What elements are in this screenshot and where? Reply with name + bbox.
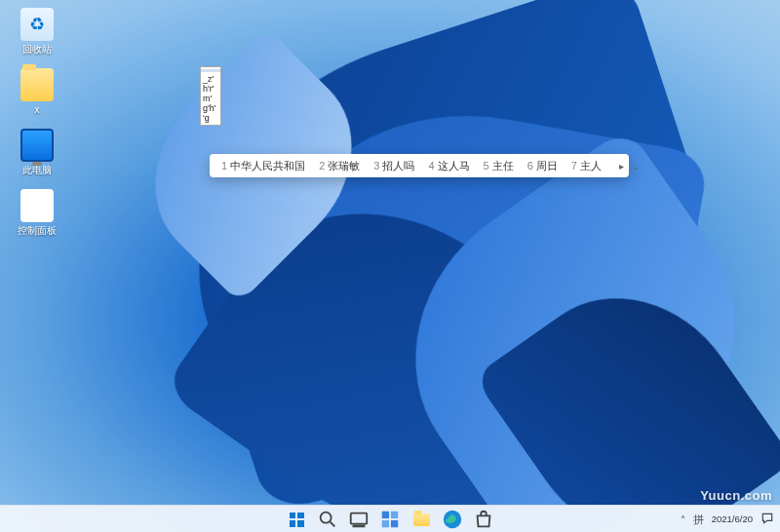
recycle-bin-label: 回收站 — [10, 44, 64, 55]
svg-rect-3 — [354, 525, 365, 526]
notepad-line: m' — [201, 94, 220, 103]
folder-x[interactable]: x — [10, 68, 64, 115]
desktop[interactable]: 回收站 x 此电脑 控制面板 _z' h'r' m' g'h' 'g 1中华人民… — [0, 0, 780, 532]
notepad-line: _z' — [201, 74, 220, 84]
notepad-line: h'r' — [201, 84, 220, 94]
notepad-window[interactable]: _z' h'r' m' g'h' 'g — [200, 66, 221, 126]
notepad-line: g'h' — [201, 103, 220, 113]
taskbar-center — [286, 509, 494, 530]
control-panel[interactable]: 控制面板 — [10, 189, 64, 236]
notepad-titlebar[interactable] — [201, 69, 220, 72]
taskbar[interactable]: ˄ 拼 2021/6/20 — [0, 505, 780, 532]
desktop-icons: 回收站 x 此电脑 控制面板 — [10, 8, 68, 249]
monitor-icon — [20, 129, 54, 162]
edge-icon — [442, 509, 463, 530]
system-tray: ˄ 拼 2021/6/20 — [681, 506, 774, 532]
this-pc-label: 此电脑 — [10, 165, 64, 175]
recycle-bin-icon[interactable]: 回收站 — [10, 8, 64, 55]
ime-candidate-1[interactable]: 1中华人民共和国 — [221, 159, 305, 173]
widgets-icon — [379, 509, 401, 530]
svg-rect-2 — [351, 513, 368, 524]
ime-candidate-5[interactable]: 5主任 — [484, 159, 514, 173]
svg-line-1 — [331, 522, 335, 527]
svg-rect-7 — [391, 520, 398, 527]
watermark: Yuucn.com — [700, 488, 772, 503]
ime-expand[interactable]: ⌄ — [628, 161, 644, 171]
svg-point-0 — [321, 513, 332, 523]
folder-x-label: x — [10, 104, 64, 115]
control-panel-icon — [20, 189, 54, 222]
svg-rect-5 — [391, 512, 398, 518]
ime-candidate-7[interactable]: 7主人 — [571, 159, 602, 173]
windows-logo-icon — [290, 513, 304, 527]
folder-icon — [20, 68, 54, 101]
ime-candidate-6[interactable]: 6周日 — [527, 159, 558, 173]
ime-next-page[interactable]: ▸ — [615, 161, 628, 171]
start-button[interactable] — [286, 509, 307, 530]
tray-date: 2021/6/20 — [712, 514, 753, 524]
notification-icon — [760, 512, 774, 525]
widgets-button[interactable] — [379, 509, 401, 530]
search-icon — [317, 509, 338, 530]
ime-candidate-bar[interactable]: 1中华人民共和国 2张瑞敏 3招人吗 4这人马 5主任 6周日 7主人 ▸ ⌄ — [210, 154, 629, 177]
control-panel-label: 控制面板 — [10, 225, 64, 236]
notification-center[interactable] — [760, 512, 774, 527]
tray-overflow[interactable]: ˄ — [681, 514, 685, 525]
ime-indicator[interactable]: 拼 — [693, 513, 704, 527]
this-pc[interactable]: 此电脑 — [10, 129, 64, 175]
svg-rect-4 — [382, 512, 389, 518]
ime-candidate-4[interactable]: 4这人马 — [428, 159, 469, 173]
task-view-button[interactable] — [348, 509, 370, 530]
search-button[interactable] — [317, 509, 338, 530]
edge-button[interactable] — [442, 509, 463, 530]
store-button[interactable] — [473, 509, 494, 530]
file-explorer-button[interactable] — [410, 509, 432, 530]
ime-candidate-3[interactable]: 3招人吗 — [373, 159, 414, 173]
clock-date[interactable]: 2021/6/20 — [712, 514, 753, 524]
store-icon — [473, 509, 494, 530]
ime-candidate-2[interactable]: 2张瑞敏 — [319, 159, 360, 173]
notepad-line: 'g — [201, 113, 220, 123]
task-view-icon — [348, 509, 370, 530]
folder-icon — [413, 513, 430, 526]
wallpaper-bloom — [0, 0, 780, 505]
svg-rect-6 — [382, 520, 389, 527]
recycle-icon — [20, 8, 54, 41]
